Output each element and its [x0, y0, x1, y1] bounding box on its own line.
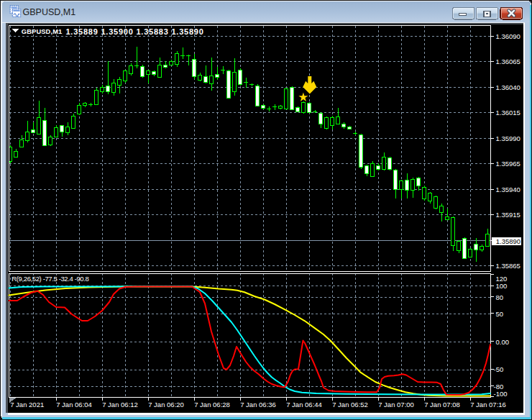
svg-text:GBPUSD,M1: GBPUSD,M1: [22, 28, 63, 35]
svg-text:1.35890: 1.35890: [172, 27, 204, 36]
svg-text:7 Jan 06:44: 7 Jan 06:44: [286, 401, 322, 408]
svg-text:-100: -100: [494, 390, 508, 398]
svg-text:7 Jan 07:08: 7 Jan 07:08: [424, 401, 460, 408]
svg-text:7 Jan 06:20: 7 Jan 06:20: [148, 401, 184, 408]
svg-text:7 Jan 06:04: 7 Jan 06:04: [56, 401, 92, 408]
svg-text:7 Jan 07:16: 7 Jan 07:16: [470, 401, 506, 408]
svg-text:0.00: 0.00: [496, 338, 510, 346]
svg-text:1.36040: 1.36040: [496, 83, 520, 91]
svg-text:7 Jan 06:36: 7 Jan 06:36: [240, 401, 276, 408]
svg-text:1.36090: 1.36090: [496, 32, 520, 40]
svg-text:-50: -50: [494, 365, 504, 373]
svg-text:80: 80: [496, 293, 504, 301]
svg-text:GBPUSD,M1: GBPUSD,M1: [23, 7, 76, 17]
svg-text:7 Jan 06:52: 7 Jan 06:52: [332, 401, 368, 408]
svg-text:1.35900: 1.35900: [101, 27, 134, 36]
svg-text:1.35990: 1.35990: [496, 134, 520, 142]
svg-text:1.35915: 1.35915: [496, 211, 520, 219]
svg-text:50: 50: [496, 310, 504, 318]
svg-text:7 Jan 06:12: 7 Jan 06:12: [102, 401, 138, 408]
svg-text:7 Jan 07:00: 7 Jan 07:00: [378, 401, 414, 408]
svg-text:1.35889: 1.35889: [66, 27, 98, 36]
svg-text:7 Jan 06:28: 7 Jan 06:28: [194, 401, 230, 408]
svg-text:1.36015: 1.36015: [496, 109, 520, 117]
svg-text:100: 100: [496, 282, 508, 290]
svg-text:7 Jan 2021: 7 Jan 2021: [10, 401, 44, 408]
svg-text:1.35965: 1.35965: [496, 160, 520, 168]
svg-text:1.36065: 1.36065: [496, 58, 520, 65]
svg-text:1.35890: 1.35890: [496, 237, 520, 245]
svg-text:1.35940: 1.35940: [496, 186, 520, 193]
svg-text:1.35883: 1.35883: [137, 27, 169, 36]
svg-text:R(9,26,52) -77.5 -32.4 -90.8: R(9,26,52) -77.5 -32.4 -90.8: [12, 275, 88, 283]
svg-text:1.35865: 1.35865: [496, 262, 520, 270]
